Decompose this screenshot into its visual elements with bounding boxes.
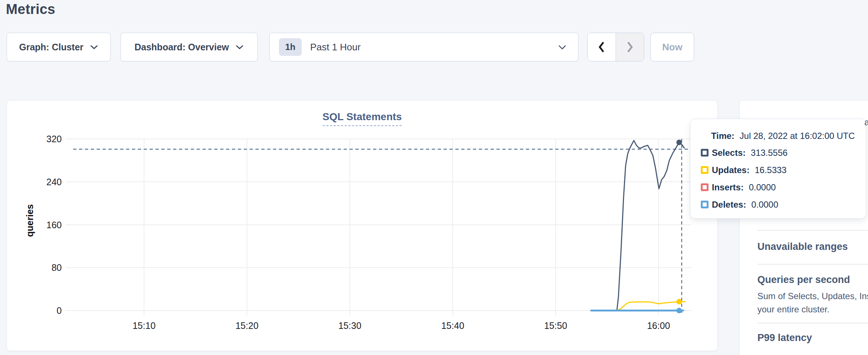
sidebar-heading-queries-per-second: Queries per second xyxy=(757,274,850,286)
sidebar-heading-unavailable-ranges: Unavailable ranges xyxy=(757,241,848,252)
tooltip-time-value: Jul 28, 2022 at 16:02:00 UTC xyxy=(740,131,855,141)
inserts-series-swatch xyxy=(701,183,709,191)
chart-title: SQL Statements xyxy=(323,111,402,126)
chevron-right-icon xyxy=(626,41,634,53)
deletes-series-swatch xyxy=(701,201,709,208)
tooltip-deletes-label: Deletes: xyxy=(712,200,746,210)
graph-dropdown[interactable]: Graph: Cluster xyxy=(7,33,111,61)
tooltip-selects-value: 313.5556 xyxy=(751,148,788,158)
sidebar-description: Sum of Selects, Updates, Inser your enti… xyxy=(757,290,868,316)
time-window-badge: 1h xyxy=(279,38,302,56)
sql-statements-chart-card: SQL Statements xyxy=(7,100,718,351)
sidebar-heading-p99-latency: P99 latency xyxy=(757,332,812,344)
dashboard-dropdown[interactable]: Dashboard: Overview xyxy=(121,33,258,61)
chevron-left-icon xyxy=(598,41,605,53)
graph-dropdown-label: Graph: Cluster xyxy=(19,42,83,53)
divider xyxy=(757,230,868,231)
previous-timespan-button[interactable] xyxy=(588,33,616,61)
divider xyxy=(757,323,868,323)
tooltip-deletes-value: 0.0000 xyxy=(751,200,778,210)
time-window-selector[interactable]: 1h Past 1 Hour xyxy=(269,33,578,61)
now-button-label: Now xyxy=(662,42,682,53)
chart-tooltip: Time: Jul 28, 2022 at 16:02:00 UTC Selec… xyxy=(690,119,866,219)
tooltip-updates-value: 16.5333 xyxy=(755,165,787,175)
tooltip-time-label: Time: xyxy=(711,131,735,141)
chevron-down-icon xyxy=(236,45,244,49)
tooltip-inserts-label: Inserts: xyxy=(712,182,744,193)
page-title: Metrics xyxy=(6,1,55,17)
tooltip-inserts-value: 0.0000 xyxy=(749,182,776,193)
chevron-down-icon xyxy=(90,45,98,49)
tooltip-selects-label: Selects: xyxy=(712,148,746,158)
chevron-down-icon xyxy=(558,45,566,50)
now-button[interactable]: Now xyxy=(650,33,694,61)
tooltip-updates-label: Updates: xyxy=(712,165,750,175)
updates-series-swatch xyxy=(701,166,709,174)
dashboard-dropdown-label: Dashboard: Overview xyxy=(134,42,229,53)
divider xyxy=(757,264,868,265)
time-window-label: Past 1 Hour xyxy=(310,42,361,53)
clipped-sidebar-text: a xyxy=(864,117,868,128)
time-pager xyxy=(587,33,644,61)
next-timespan-button[interactable] xyxy=(616,33,644,61)
selects-series-swatch xyxy=(701,149,709,157)
